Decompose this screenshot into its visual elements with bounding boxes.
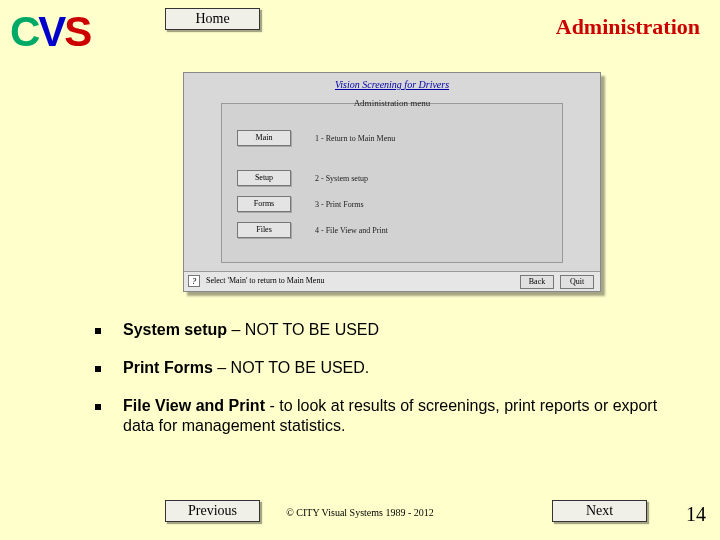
list-item: System setup – NOT TO BE USED	[95, 320, 690, 340]
status-bar: ? Select 'Main' to return to Main Menu B…	[184, 271, 600, 291]
status-text: Select 'Main' to return to Main Menu	[206, 276, 324, 285]
bullet-suffix: – NOT TO BE USED	[227, 321, 379, 338]
bullet-icon	[95, 366, 101, 372]
page-title: Administration	[556, 14, 700, 40]
list-item: Print Forms – NOT TO BE USED.	[95, 358, 690, 378]
bullet-list: System setup – NOT TO BE USED Print Form…	[95, 320, 690, 454]
panel-button-main: Main	[237, 130, 291, 146]
page-number: 14	[686, 503, 706, 526]
bullet-label: File View and Print	[123, 397, 269, 414]
bullet-suffix: – NOT TO BE USED.	[213, 359, 370, 376]
panel-button-setup: Setup	[237, 170, 291, 186]
panel-row-1: 1 - Return to Main Menu	[315, 134, 395, 143]
app-screenshot: Vision Screening for Drivers Administrat…	[183, 72, 601, 292]
bullet-label: Print Forms	[123, 359, 213, 376]
panel-button-files: Files	[237, 222, 291, 238]
bullet-icon	[95, 328, 101, 334]
shot-title: Vision Screening for Drivers	[184, 79, 600, 90]
home-button[interactable]: Home	[165, 8, 260, 30]
logo-s: S	[64, 8, 90, 55]
panel-row-2: 2 - System setup	[315, 174, 368, 183]
logo-c: C	[10, 8, 38, 55]
cvs-logo: CVS	[10, 8, 90, 56]
panel-button-forms: Forms	[237, 196, 291, 212]
list-item: File View and Print - to look at results…	[95, 396, 690, 436]
bullet-label: System setup	[123, 321, 227, 338]
logo-v: V	[38, 8, 64, 55]
panel-row-3: 3 - Print Forms	[315, 200, 364, 209]
next-button[interactable]: Next	[552, 500, 647, 522]
help-icon: ?	[188, 275, 200, 287]
shot-panel-title: Administration menu	[222, 98, 562, 108]
back-button: Back	[520, 275, 554, 289]
panel-row-4: 4 - File View and Print	[315, 226, 388, 235]
bullet-icon	[95, 404, 101, 410]
shot-panel: Administration menu Main 1 - Return to M…	[221, 103, 563, 263]
quit-button: Quit	[560, 275, 594, 289]
